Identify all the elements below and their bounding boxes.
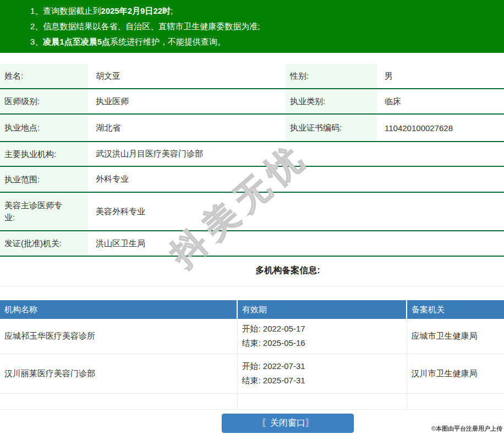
validity-end-date: 2025-07-31 — [263, 376, 305, 385]
validity-end: 结束: 2025-05-16 — [242, 336, 406, 350]
validity-start-date: 2022-05-17 — [263, 324, 305, 333]
notice-text: 2、信息数据结果以各省、自治区、直辖市卫生健康委数据为准; — [30, 21, 260, 31]
field-value: 美容外科专业 — [88, 192, 504, 231]
field-value: 洪山区卫生局 — [88, 231, 504, 256]
notice-item: 2、信息数据结果以各省、自治区、直辖市卫生健康委数据为准; — [30, 19, 504, 34]
column-header-validity: 有效期 — [237, 300, 407, 319]
authority-cell: 应城市卫生健康局 — [407, 319, 504, 354]
field-value: 男 — [377, 64, 504, 89]
field-label: 执业类别: — [286, 89, 377, 114]
notice-text: 系统进行维护，不能提供查询。 — [110, 37, 226, 46]
validity-end-label: 结束: — [242, 338, 261, 348]
field-label: 美容主诊医师专业: — [0, 192, 88, 231]
column-header-authority: 备案机关 — [407, 300, 504, 319]
record-row: 开始: 2023-01-06 — [0, 393, 504, 410]
field-label: 执业地点: — [0, 114, 88, 142]
field-label: 主要执业机构: — [0, 142, 88, 166]
doctor-info-table: 姓名: 胡文亚 性别: 男 医师级别: 执业医师 执业类别: 临床 执业地点: … — [0, 64, 504, 257]
field-label: 性别: — [286, 64, 377, 89]
field-label: 执业范围: — [0, 166, 88, 192]
field-value: 湖北省 — [88, 114, 286, 142]
validity-start: 开始: 2022-05-17 — [242, 322, 406, 336]
authority-cell — [407, 393, 504, 410]
close-window-button[interactable]: 〖关闭窗口〗 — [222, 414, 354, 433]
record-row: 汉川丽莱医疗美容门诊部 开始: 2022-07-31 结束: 2025-07-3… — [0, 354, 504, 393]
validity-start-label: 开始: — [242, 324, 261, 333]
field-value: 武汉洪山月目医疗美容门诊部 — [88, 142, 504, 166]
platform-upload-stamp: ©本图由平台注册用户上传 — [431, 425, 502, 433]
notice-bold-text: 2025年2月9日22时 — [101, 6, 171, 15]
field-label-text: 发证(批准)机关: — [4, 237, 62, 249]
field-value: 外科专业 — [88, 166, 504, 192]
institution-name-cell: 应城祁玉华医疗美容诊所 — [0, 319, 237, 354]
field-label-text: 性别: — [290, 70, 309, 82]
institution-name-cell: 汉川丽莱医疗美容门诊部 — [0, 354, 237, 393]
records-header-row: 机构名称 有效期 备案机关 — [0, 300, 504, 319]
section-divider — [0, 286, 504, 286]
info-row: 姓名: 胡文亚 性别: 男 — [0, 64, 504, 89]
button-row: 〖关闭窗口〗 — [0, 414, 504, 433]
notice-text: 3、 — [30, 37, 43, 46]
field-value: 胡文亚 — [88, 64, 286, 89]
validity-cell: 开始: 2022-07-31 结束: 2025-07-31 — [237, 354, 407, 393]
field-label-text: 执业范围: — [4, 173, 40, 186]
institution-name-cell — [0, 393, 237, 410]
field-label-text: 执业类别: — [290, 95, 325, 107]
info-row: 执业地点: 湖北省 执业证书编码: 110420100027628 — [0, 114, 504, 142]
field-label-text: 主要执业机构: — [4, 148, 56, 160]
info-row: 美容主诊医师专业: 美容外科专业 — [0, 192, 504, 231]
field-label-text: 姓名: — [4, 70, 23, 82]
notice-text: ; — [171, 6, 173, 15]
validity-end-date: 2025-05-16 — [263, 338, 305, 348]
record-row: 应城祁玉华医疗美容诊所 开始: 2022-05-17 结束: 2025-05-1… — [0, 319, 504, 354]
notice-banner: 1、查询数据截止到2025年2月9日22时; 2、信息数据结果以各省、自治区、直… — [0, 0, 504, 53]
notice-text: 1、查询数据截止到 — [30, 6, 101, 15]
notice-item: 1、查询数据截止到2025年2月9日22时; — [30, 3, 504, 19]
field-value: 执业医师 — [88, 89, 286, 114]
validity-end: 结束: 2025-07-31 — [242, 373, 406, 388]
records-table-clip: 机构名称 有效期 备案机关 应城祁玉华医疗美容诊所 开始: 2022-05-17… — [0, 300, 504, 410]
notice-item: 3、凌晨1点至凌晨5点系统进行维护，不能提供查询。 — [30, 34, 504, 50]
field-label: 医师级别: — [0, 89, 88, 114]
validity-start: 开始: 2022-07-31 — [242, 359, 406, 373]
validity-start-date: 2022-07-31 — [263, 361, 305, 371]
info-row: 发证(批准)机关: 洪山区卫生局 — [0, 231, 504, 256]
field-label-text: 医师级别: — [4, 95, 40, 107]
field-label: 执业证书编码: — [286, 114, 377, 142]
field-label-text: 执业证书编码: — [290, 122, 342, 134]
records-section-title: 多机构备案信息: — [0, 265, 504, 275]
field-value: 临床 — [377, 89, 504, 114]
validity-start: 开始: 2023-01-06 — [242, 408, 406, 410]
authority-cell: 汉川市卫生健康局 — [407, 354, 504, 393]
records-table: 机构名称 有效期 备案机关 应城祁玉华医疗美容诊所 开始: 2022-05-17… — [0, 300, 504, 410]
column-header-institution: 机构名称 — [0, 300, 237, 319]
field-label: 姓名: — [0, 64, 88, 89]
field-value: 110420100027628 — [377, 114, 504, 142]
validity-cell: 开始: 2023-01-06 — [237, 393, 407, 410]
info-row: 医师级别: 执业医师 执业类别: 临床 — [0, 89, 504, 114]
validity-cell: 开始: 2022-05-17 结束: 2025-05-16 — [237, 319, 407, 354]
field-label: 发证(批准)机关: — [0, 231, 88, 256]
page: 1、查询数据截止到2025年2月9日22时; 2、信息数据结果以各省、自治区、直… — [0, 0, 504, 433]
field-label-text: 执业地点: — [4, 122, 40, 134]
field-label-text: 美容主诊医师专业: — [4, 199, 68, 224]
info-row: 主要执业机构: 武汉洪山月目医疗美容门诊部 — [0, 142, 504, 166]
validity-start-label: 开始: — [242, 361, 261, 371]
info-row: 执业范围: 外科专业 — [0, 166, 504, 192]
notice-bold-text: 凌晨1点至凌晨5点 — [43, 37, 110, 46]
validity-end-label: 结束: — [242, 376, 261, 385]
